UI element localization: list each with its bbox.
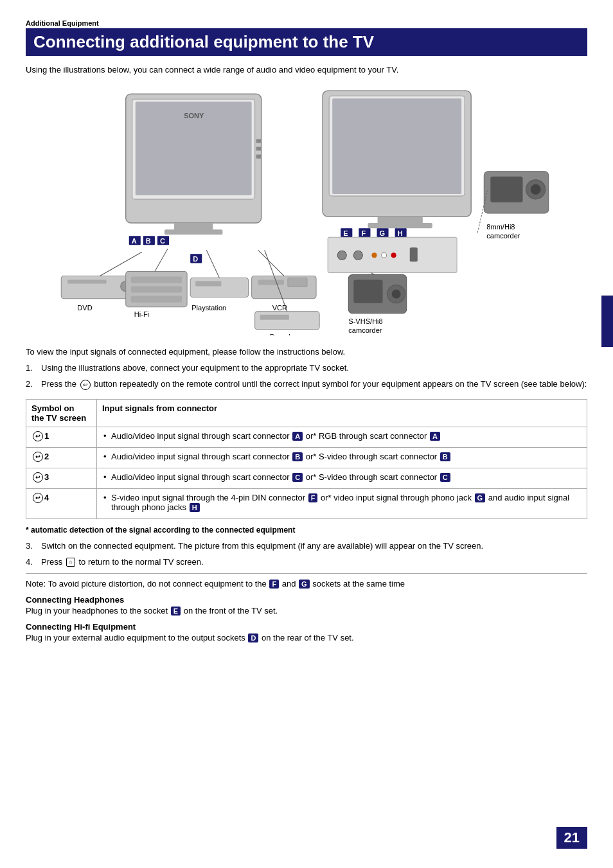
svg-rect-21 [368, 223, 432, 228]
svg-rect-57 [258, 280, 284, 285]
page-number: 21 [556, 827, 587, 849]
step-2-num: 2. [26, 379, 41, 390]
svg-text:S-VHS/Hi8: S-VHS/Hi8 [348, 317, 382, 325]
connector-b2-badge: B [440, 452, 450, 461]
connector-b-badge: B [292, 452, 303, 461]
signal-3: Audio/video input signal through scart c… [97, 468, 587, 488]
svg-text:Decoder: Decoder [270, 333, 297, 335]
svg-text:DVD: DVD [77, 304, 92, 312]
svg-point-35 [391, 252, 396, 258]
svg-line-70 [155, 249, 168, 271]
svg-rect-51 [131, 296, 182, 303]
connector-g-note-badge: G [299, 580, 310, 589]
svg-rect-36 [410, 247, 418, 261]
connector-h-badge: H [190, 503, 200, 512]
signal-1: Audio/video input signal through scart c… [97, 427, 587, 447]
svg-rect-49 [131, 277, 182, 283]
svg-text:H: H [398, 229, 403, 237]
signal-2: Audio/video input signal through scart c… [97, 447, 587, 468]
intro-text: Using the illustrations below, you can c… [26, 65, 587, 75]
remote-icon: ↩ [80, 380, 91, 390]
step-4-num: 4. [26, 557, 41, 567]
svg-point-66 [392, 290, 401, 299]
svg-text:8mm/Hi8: 8mm/Hi8 [486, 223, 515, 231]
svg-rect-7 [256, 147, 262, 151]
symbol-4: ↩4 [26, 488, 97, 518]
svg-rect-19 [332, 98, 461, 194]
asterisk-note: * automatic detection of the signal acco… [26, 526, 587, 535]
connector-a-badge: A [292, 432, 303, 441]
input-icon-1: ↩ [33, 431, 43, 441]
table-row: ↩4 S-video input signal through the 4-pi… [26, 488, 587, 518]
svg-text:camcorder: camcorder [348, 326, 382, 334]
svg-rect-64 [353, 280, 382, 303]
home-icon: ⌂ [66, 558, 75, 567]
equipment-diagram: SONY A B C D E F G H [26, 85, 587, 335]
svg-point-33 [371, 252, 377, 258]
connector-f-note-badge: F [269, 580, 279, 589]
svg-text:SONY: SONY [184, 112, 204, 120]
bottom-notes: Note: To avoid picture distortion, do no… [26, 573, 587, 642]
svg-text:Hi-Fi: Hi-Fi [134, 310, 149, 318]
section-label: Additional Equipment [26, 19, 587, 27]
svg-point-34 [382, 252, 387, 258]
step-2-content: Press the ↩ button repeatedly on the rem… [41, 379, 587, 390]
step-1: 1. Using the illustrations above, connec… [26, 363, 587, 373]
hifi-text: Plug in your external audio equipment to… [26, 633, 587, 642]
connector-c-badge: C [292, 473, 303, 482]
connector-c2-badge: C [440, 473, 450, 482]
svg-text:C: C [160, 237, 165, 245]
input-icon-3: ↩ [33, 472, 43, 483]
hifi-heading: Connecting Hi-fi Equipment [26, 622, 587, 632]
signal-4: S-video input signal through the 4-pin D… [97, 488, 587, 518]
svg-line-71 [206, 250, 219, 278]
svg-rect-54 [195, 281, 221, 287]
svg-text:D: D [193, 256, 198, 263]
step-3-num: 3. [26, 541, 41, 551]
signal-table: Symbol onthe TV screen Input signals fro… [26, 399, 587, 519]
svg-text:camcorder: camcorder [486, 232, 520, 240]
svg-point-31 [337, 251, 346, 260]
svg-rect-61 [260, 315, 289, 320]
svg-rect-50 [131, 287, 182, 293]
page-title: Connecting additional equipment to the T… [26, 28, 587, 56]
step-1-content: Using the illustrations above, connect y… [41, 363, 587, 373]
symbol-2: ↩2 [26, 447, 97, 468]
table-header-signals: Input signals from connector [97, 399, 587, 427]
step-4-content: Press ⌂ to return to the normal TV scree… [41, 557, 587, 567]
svg-rect-8 [256, 155, 262, 159]
table-row: ↩2 Audio/video input signal through scar… [26, 447, 587, 468]
headphones-heading: Connecting Headphones [26, 595, 587, 605]
table-header-symbol: Symbol onthe TV screen [26, 399, 97, 427]
step-3: 3. Switch on the connected equipment. Th… [26, 541, 587, 551]
step-2: 2. Press the ↩ button repeatedly on the … [26, 379, 587, 390]
step-1-num: 1. [26, 363, 41, 373]
input-icon-2: ↩ [33, 452, 43, 462]
svg-rect-53 [190, 278, 248, 297]
headphones-text: Plug in your headphones to the socket E … [26, 606, 587, 616]
svg-rect-6 [256, 139, 262, 143]
connector-d-hifi-badge: D [248, 633, 258, 642]
svg-rect-45 [67, 280, 106, 284]
svg-text:G: G [380, 229, 386, 237]
svg-rect-58 [288, 278, 307, 287]
connector-a2-badge: A [430, 432, 440, 441]
connector-g-badge: G [475, 493, 486, 502]
symbol-3: ↩3 [26, 468, 97, 488]
connector-f-badge: F [308, 493, 318, 502]
step-4: 4. Press ⌂ to return to the normal TV sc… [26, 557, 587, 567]
side-tab [601, 296, 613, 347]
symbol-1: ↩1 [26, 427, 97, 447]
diagram-area: SONY A B C D E F G H [26, 85, 587, 335]
svg-text:Playstation: Playstation [191, 304, 226, 312]
svg-point-32 [353, 251, 362, 260]
svg-rect-38 [490, 177, 522, 202]
connector-e-headphones-badge: E [171, 607, 181, 616]
table-row: ↩1 Audio/video input signal through scar… [26, 427, 587, 447]
table-row: ↩3 Audio/video input signal through scar… [26, 468, 587, 488]
svg-point-40 [531, 184, 541, 195]
svg-line-72 [258, 250, 284, 276]
view-instructions: To view the input signals of connected e… [26, 347, 587, 357]
input-icon-4: ↩ [33, 493, 43, 503]
svg-text:E: E [343, 229, 348, 237]
